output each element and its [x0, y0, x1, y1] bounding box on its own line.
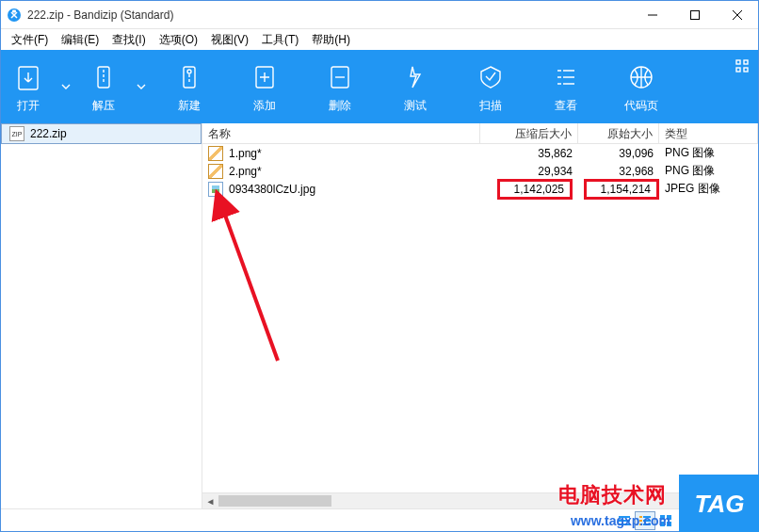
titlebar: 222.zip - Bandizip (Standard): [1, 1, 758, 29]
cell-type: PNG 图像: [659, 145, 758, 161]
menu-view[interactable]: 视图(V): [204, 30, 255, 50]
svg-rect-1: [12, 9, 16, 12]
tree-root-label: 222.zip: [30, 127, 67, 140]
cell-compressed: 35,862: [480, 147, 578, 160]
menu-tools[interactable]: 工具(T): [255, 30, 305, 50]
app-window: 222.zip - Bandizip (Standard) 文件(F) 编辑(E…: [0, 0, 759, 532]
add-icon: [250, 60, 279, 94]
file-list: 名称 压缩后大小 原始大小 类型 1.png*35,86239,096PNG 图…: [202, 123, 758, 508]
cell-name: 2.png*: [202, 164, 480, 179]
tool-delete[interactable]: 删除: [302, 50, 378, 123]
watermark-url: www.tagxp.com: [571, 513, 670, 528]
scroll-thumb[interactable]: [218, 495, 331, 507]
tool-grid-menu[interactable]: [726, 50, 758, 123]
app-icon: [7, 8, 22, 23]
menubar: 文件(F) 编辑(E) 查找(I) 选项(O) 视图(V) 工具(T) 帮助(H…: [1, 29, 758, 50]
menu-find[interactable]: 查找(I): [105, 30, 152, 50]
cell-original: 1,154,214: [578, 179, 659, 200]
menu-options[interactable]: 选项(O): [153, 30, 204, 50]
tool-new[interactable]: 新建: [152, 50, 227, 123]
tool-extract[interactable]: 解压: [76, 50, 131, 123]
cell-type: PNG 图像: [659, 163, 758, 179]
delete-icon: [326, 60, 354, 94]
cell-name: 0934380lCzU.jpg: [202, 182, 480, 197]
svg-point-6: [187, 70, 191, 73]
chevron-down-icon: [61, 70, 71, 104]
list-body[interactable]: 1.png*35,86239,096PNG 图像2.png*29,93432,9…: [202, 144, 758, 492]
table-row[interactable]: 2.png*29,93432,968PNG 图像: [202, 162, 758, 180]
watermark-tag: TAG: [679, 475, 759, 532]
col-original[interactable]: 原始大小: [578, 123, 659, 143]
minimize-button[interactable]: [631, 1, 673, 28]
file-name: 1.png*: [229, 147, 262, 160]
svg-rect-12: [736, 68, 740, 72]
cell-original: 32,968: [578, 165, 659, 178]
body: ZIP 222.zip 名称 压缩后大小 原始大小 类型 1.png*35,86…: [1, 123, 758, 508]
new-icon: [175, 60, 203, 94]
window-title: 222.zip - Bandizip (Standard): [27, 8, 173, 22]
svg-line-14: [223, 210, 278, 361]
chevron-down-icon: [137, 70, 146, 104]
file-name: 0934380lCzU.jpg: [229, 183, 315, 196]
svg-rect-10: [736, 60, 740, 64]
tool-open-dropdown[interactable]: [56, 50, 76, 123]
cell-compressed: 1,142,025: [480, 179, 578, 200]
codepage-icon: [627, 60, 655, 94]
tree-root[interactable]: ZIP 222.zip: [1, 123, 202, 144]
maximize-button[interactable]: [673, 1, 716, 28]
cell-name: 1.png*: [202, 146, 480, 161]
file-name: 2.png*: [229, 165, 262, 178]
tool-test[interactable]: 测试: [378, 50, 453, 123]
png-file-icon: [208, 164, 223, 179]
scan-icon: [476, 60, 505, 94]
menu-edit[interactable]: 编辑(E): [55, 30, 105, 50]
open-icon: [14, 60, 42, 94]
scroll-left-arrow[interactable]: ◄: [202, 493, 218, 508]
table-row[interactable]: 1.png*35,86239,096PNG 图像: [202, 144, 758, 162]
tool-view[interactable]: 查看: [528, 50, 604, 123]
sidebar: ZIP 222.zip: [1, 123, 202, 508]
svg-rect-11: [744, 60, 748, 64]
col-name[interactable]: 名称: [202, 123, 480, 143]
cell-original: 39,096: [578, 147, 659, 160]
cell-compressed: 29,934: [480, 165, 578, 178]
tool-extract-dropdown[interactable]: [131, 50, 152, 123]
menu-file[interactable]: 文件(F): [5, 30, 55, 50]
zip-icon: ZIP: [9, 126, 24, 141]
col-type[interactable]: 类型: [659, 123, 758, 143]
close-button[interactable]: [716, 1, 758, 28]
svg-rect-2: [690, 10, 699, 19]
col-compressed[interactable]: 压缩后大小: [480, 123, 578, 143]
svg-rect-13: [744, 68, 748, 72]
tool-codepage[interactable]: 代码页: [604, 50, 679, 123]
toolbar: 打开 解压 新建 添加 删除 测试 扫描: [1, 50, 758, 123]
cell-type: JPEG 图像: [659, 181, 758, 197]
tool-open[interactable]: 打开: [1, 50, 56, 123]
list-header: 名称 压缩后大小 原始大小 类型: [202, 123, 758, 144]
jpg-file-icon: [208, 182, 223, 197]
horizontal-scrollbar[interactable]: ◄ ►: [202, 492, 758, 508]
watermark-site-name: 电脑技术网: [558, 481, 667, 509]
tool-scan[interactable]: 扫描: [453, 50, 528, 123]
test-icon: [401, 60, 429, 94]
extract-icon: [89, 60, 118, 94]
table-row[interactable]: 0934380lCzU.jpg1,142,0251,154,214JPEG 图像: [202, 180, 758, 198]
png-file-icon: [208, 146, 223, 161]
grid-icon: [735, 59, 749, 73]
menu-help[interactable]: 帮助(H): [305, 30, 357, 50]
view-icon: [552, 60, 580, 94]
tool-add[interactable]: 添加: [227, 50, 302, 123]
